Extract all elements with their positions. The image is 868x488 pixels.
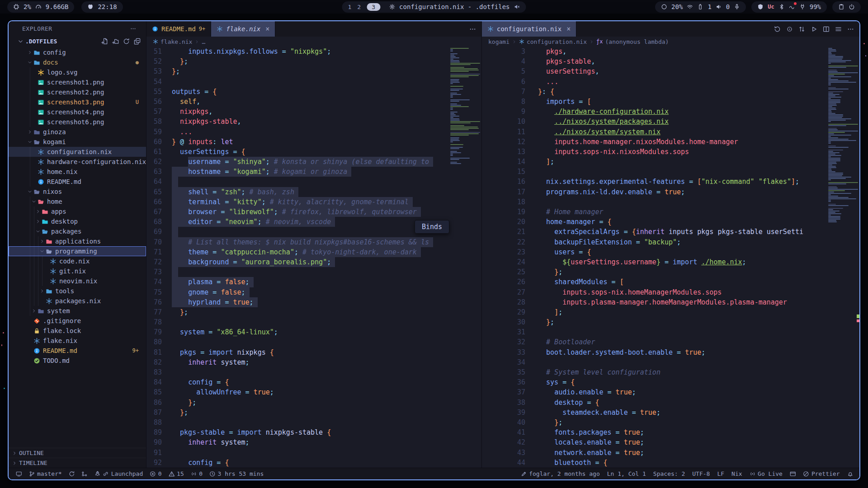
breadcrumb-item[interactable]: flake.nix [153, 38, 192, 45]
tree-item-desktop[interactable]: desktop [9, 216, 146, 226]
code-line[interactable]: 9 ./hardware-configuration.nix [482, 107, 859, 117]
new-file-icon[interactable] [101, 38, 108, 45]
code-line[interactable]: 28 inputs.plasma-manager.homeManagerModu… [482, 297, 859, 307]
tree-item-.gitignore[interactable]: .gitignore [9, 316, 146, 326]
code-line[interactable]: 60} @ inputs: let [146, 137, 481, 147]
code-line[interactable]: 14 ]; [482, 157, 859, 167]
status-item-15[interactable]: 15 [169, 470, 184, 477]
code-line[interactable]: 8 imports = [ [482, 97, 859, 107]
code-line[interactable]: 24 ${userSettings.username} = import ./h… [482, 257, 859, 267]
more-tabs-icon[interactable] [469, 26, 476, 33]
tree-item-config[interactable]: config [9, 47, 146, 57]
tree-item-configuration.nix[interactable]: configuration.nix [9, 147, 146, 157]
code-editor-configuration[interactable]: 3 pkgs,4 pkgs-stable,5 userSettings,6 ..… [482, 47, 859, 468]
status-item-0[interactable]: 0 [150, 470, 161, 477]
code-line[interactable]: 90 inherit system; [146, 437, 481, 447]
code-line[interactable]: 36 sys = { [482, 377, 859, 387]
code-line[interactable]: 22 backupFileExtension = "backup"; [482, 237, 859, 247]
code-line[interactable]: 11 ../nixos/system/system.nix [482, 127, 859, 137]
code-line[interactable]: 52 }; [146, 56, 481, 66]
code-line[interactable]: 26 sharedModules = [ [482, 277, 859, 287]
status-item-0[interactable]: 0 [191, 470, 203, 477]
code-line[interactable]: 13 inputs.sops-nix.nixosModules.sops [482, 147, 859, 157]
tab-configuration.nix[interactable]: configuration.nix× [482, 21, 576, 37]
tree-item-screenshot1.png[interactable]: screenshot1.png [9, 77, 146, 87]
tab-README.md[interactable]: README.md9+ [146, 21, 211, 37]
code-line[interactable]: 63 hostname = "kogami"; # kogami or gino… [146, 167, 481, 177]
chevron-right-icon[interactable] [34, 209, 42, 214]
code-editor-flake[interactable]: 51 inputs.nixpkgs.follows = "nixpkgs";52… [146, 47, 481, 468]
workspace-3[interactable]: 3 [367, 3, 380, 11]
more-icon[interactable] [847, 26, 854, 33]
status-item-remote-window[interactable] [16, 471, 22, 477]
code-line[interactable]: 55outputs = { [146, 87, 481, 97]
code-line[interactable]: 16 nix.settings.experimental-features = … [482, 177, 859, 187]
tree-item-code.nix[interactable]: code.nix [9, 256, 146, 266]
status-item-foglar-2-months-ago[interactable]: foglar, 2 months ago [521, 470, 600, 477]
status-item-master[interactable]: master* [29, 470, 62, 477]
code-line[interactable]: 42 locales.enable = true; [482, 437, 859, 447]
code-line[interactable]: 31 [482, 327, 859, 337]
code-line[interactable]: 73 [146, 267, 481, 277]
code-line[interactable]: 44 bluetooth = { [482, 458, 859, 468]
code-line[interactable]: 67 browser = "librewolf"; # firefox, lib… [146, 207, 481, 217]
tree-item-programming[interactable]: programming [9, 246, 146, 256]
code-line[interactable]: 72 background = "aurora_borealis.png"; [146, 257, 481, 267]
status-item-spaces-2[interactable]: Spaces: 2 [653, 470, 685, 477]
code-line[interactable]: 57 nixpkgs, [146, 107, 481, 117]
code-line[interactable]: 92 config = { [146, 458, 481, 468]
code-line[interactable]: 18 [482, 197, 859, 207]
power-icon[interactable] [849, 4, 855, 10]
status-item-sync[interactable] [69, 471, 75, 477]
code-line[interactable]: 3 pkgs, [482, 47, 859, 56]
tree-root-dotfiles[interactable]: .DOTFILES [9, 36, 146, 47]
code-line[interactable]: 7}: { [482, 87, 859, 97]
code-line[interactable]: 79 system = "x86_64-linux"; [146, 327, 481, 337]
code-line[interactable]: 27 inputs.sops-nix.homeManagerModules.so… [482, 287, 859, 297]
code-line[interactable]: 40 }; [482, 418, 859, 427]
chevron-right-icon[interactable] [26, 130, 33, 134]
chevron-down-icon[interactable] [34, 229, 42, 234]
breadcrumb-item[interactable]: kogami [488, 38, 509, 45]
code-line[interactable]: 71 theme = "catppuccin-mocha"; # tokyo-n… [146, 247, 481, 257]
tree-item-screenshot2.png[interactable]: screenshot2.png [9, 87, 146, 97]
breadcrumb-item[interactable]: … [202, 38, 205, 45]
tree-item-neovim.nix[interactable]: neovim.nix [9, 276, 146, 286]
code-line[interactable]: 81 pkgs = import nixpkgs { [146, 347, 481, 357]
breadcrumb[interactable]: flake.nix… [146, 37, 481, 47]
chevron-right-icon[interactable] [26, 50, 33, 55]
chevron-down-icon[interactable] [38, 249, 46, 253]
status-item-browser[interactable] [790, 471, 796, 477]
status-item-bell[interactable] [847, 471, 854, 477]
code-line[interactable]: 87 }; [146, 408, 481, 418]
code-line[interactable]: 85 allowUnfree = true; [146, 387, 481, 397]
code-line[interactable]: 19 # Home manager [482, 207, 859, 217]
tree-item-nixos[interactable]: nixos [9, 187, 146, 197]
code-line[interactable]: 37 audio.enable = true; [482, 387, 859, 397]
code-line[interactable]: 5 userSettings, [482, 66, 859, 76]
compare-icon[interactable] [798, 26, 805, 33]
code-line[interactable]: 76 hyprland = true; [146, 297, 481, 307]
code-line[interactable]: 86 }; [146, 398, 481, 408]
chevron-right-icon[interactable] [30, 309, 38, 313]
chevron-down-icon[interactable] [26, 140, 33, 144]
code-line[interactable]: 23 users = { [482, 247, 859, 257]
code-line[interactable]: 34 [482, 357, 859, 367]
code-line[interactable]: 56 self, [146, 97, 481, 107]
code-line[interactable]: 21 extraSpecialArgs = {inherit inputs pk… [482, 227, 859, 237]
code-line[interactable]: 91 [146, 448, 481, 458]
code-line[interactable]: 65 shell = "zsh"; # bash, zsh [146, 187, 481, 197]
code-line[interactable]: 20 home-manager = { [482, 217, 859, 227]
status-item-git-graph[interactable] [81, 471, 88, 477]
history-icon[interactable] [774, 26, 781, 33]
code-line[interactable]: 80 [146, 337, 481, 347]
tree-item-tools[interactable]: tools [9, 286, 146, 296]
code-line[interactable]: 62 username = "shinya"; # konsta or shin… [146, 157, 481, 167]
clipboard-icon[interactable] [838, 4, 844, 10]
tree-item-packages[interactable]: packages [9, 226, 146, 236]
code-line[interactable]: 25 }; [482, 267, 859, 277]
close-icon[interactable]: × [265, 25, 269, 33]
code-line[interactable]: 10 ../nixos/system/packages.nix [482, 117, 859, 127]
code-line[interactable]: 41 fonts.packages = true; [482, 427, 859, 437]
status-item-nix[interactable]: Nix [731, 470, 742, 477]
